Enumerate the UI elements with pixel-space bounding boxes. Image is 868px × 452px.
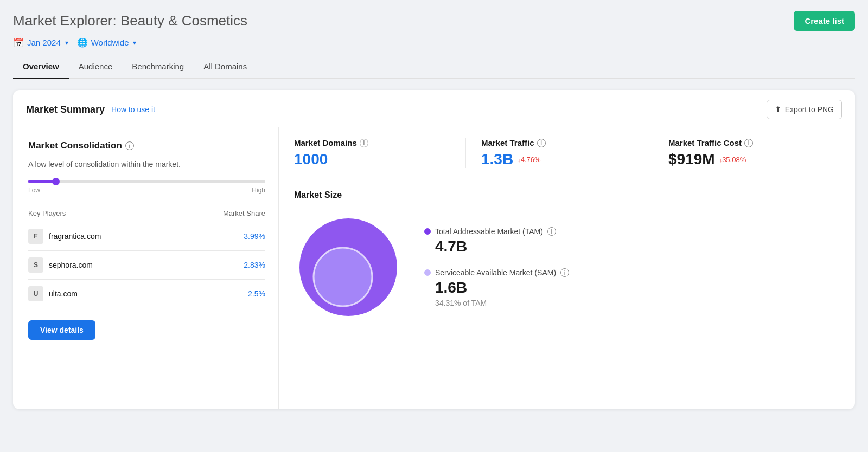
export-png-button[interactable]: ⬆ Export to PNG: [767, 100, 842, 119]
metric-traffic-change: ↓4.76%: [518, 156, 540, 164]
view-details-button[interactable]: View details: [28, 320, 95, 340]
page-title: Market Explorer: Beauty & Cosmetics: [13, 12, 247, 29]
domain-name: fragrantica.com: [49, 232, 101, 241]
metric-cost-change: ↓35.08%: [719, 156, 746, 164]
sam-sub: 34.31% of TAM: [435, 299, 569, 307]
how-to-use-link[interactable]: How to use it: [111, 105, 155, 114]
market-size-section: Market Size: [294, 190, 840, 321]
tab-benchmarking[interactable]: Benchmarking: [122, 56, 194, 79]
slider-thumb: [52, 178, 60, 185]
tam-info-icon[interactable]: i: [547, 227, 556, 236]
sam-info-icon[interactable]: i: [560, 268, 569, 277]
arrow-down-icon: ↓: [719, 157, 723, 163]
tab-audience[interactable]: Audience: [69, 56, 123, 79]
metric-traffic-info-icon[interactable]: i: [537, 139, 546, 147]
metrics-row: Market Domains i 1000 Market Traffic i 1…: [294, 138, 840, 179]
key-players-section: Key Players Market Share F fragrantica.c…: [28, 209, 265, 308]
tabs-bar: Overview Audience Benchmarking All Domai…: [13, 56, 855, 79]
metric-domains-value: 1000: [294, 151, 450, 168]
metric-traffic: Market Traffic i 1.3B ↓4.76%: [481, 138, 653, 168]
market-size-title: Market Size: [294, 190, 840, 200]
domain-favicon-f: F: [28, 229, 43, 244]
card-header-left: Market Summary How to use it: [26, 104, 155, 115]
kp-table-header: Key Players Market Share: [28, 209, 265, 222]
domain-favicon-s: S: [28, 257, 43, 273]
domain-name: sephora.com: [49, 261, 93, 269]
metric-cost-value: $919M ↓35.08%: [668, 151, 825, 168]
sam-value: 1.6B: [435, 279, 569, 296]
market-info: Total Addressable Market (TAM) i 4.7B Se…: [424, 227, 569, 307]
card-title: Market Summary: [26, 104, 105, 115]
slider-track: [28, 180, 265, 183]
metric-cost-info-icon[interactable]: i: [744, 139, 753, 147]
card-header: Market Summary How to use it ⬆ Export to…: [13, 90, 855, 127]
create-list-button[interactable]: Create list: [794, 11, 855, 31]
market-summary-card: Market Summary How to use it ⬆ Export to…: [13, 90, 855, 409]
sam-info: Serviceable Available Market (SAM) i 1.6…: [424, 268, 569, 307]
tab-overview[interactable]: Overview: [13, 56, 69, 79]
consolidation-slider[interactable]: Low High: [28, 180, 265, 194]
tam-value: 4.7B: [435, 238, 569, 255]
consolidation-title: Market Consolidation i: [28, 140, 265, 151]
consolidation-description: A low level of consolidation within the …: [28, 159, 265, 170]
table-row: S sephora.com 2.83%: [28, 251, 265, 280]
filters-bar: 📅 Jan 2024 ▾ 🌐 Worldwide ▾: [13, 37, 855, 48]
market-share-value: 3.99%: [244, 232, 265, 241]
tam-dot: [424, 228, 431, 235]
tam-info: Total Addressable Market (TAM) i 4.7B: [424, 227, 569, 255]
metric-traffic-cost: Market Traffic Cost i $919M ↓35.08%: [668, 138, 840, 168]
right-panel: Market Domains i 1000 Market Traffic i 1…: [279, 127, 855, 409]
upload-icon: ⬆: [775, 105, 782, 114]
market-size-content: Total Addressable Market (TAM) i 4.7B Se…: [294, 213, 840, 321]
consolidation-info-icon[interactable]: i: [125, 141, 134, 150]
table-row: F fragrantica.com 3.99%: [28, 222, 265, 251]
metric-traffic-value: 1.3B ↓4.76%: [481, 151, 637, 168]
market-size-chart: [294, 213, 403, 321]
left-panel: Market Consolidation i A low level of co…: [13, 127, 279, 409]
title-bold: Market Explorer:: [13, 12, 117, 29]
table-row: U ulta.com 2.5%: [28, 280, 265, 308]
metric-domains-info-icon[interactable]: i: [360, 139, 368, 147]
market-share-value: 2.83%: [244, 261, 265, 269]
globe-icon: 🌐: [77, 37, 88, 48]
tab-all-domains[interactable]: All Domains: [194, 56, 257, 79]
domain-favicon-u: U: [28, 286, 43, 301]
page-header: Market Explorer: Beauty & Cosmetics Crea…: [13, 11, 855, 31]
chevron-down-icon: ▾: [133, 39, 136, 47]
calendar-icon: 📅: [13, 37, 24, 48]
market-share-value: 2.5%: [248, 289, 265, 298]
arrow-down-icon: ↓: [518, 157, 521, 163]
domain-name: ulta.com: [49, 289, 78, 298]
slider-labels: Low High: [28, 186, 265, 194]
sam-dot: [424, 269, 431, 276]
chevron-down-icon: ▾: [65, 39, 68, 47]
metric-domains: Market Domains i 1000: [294, 138, 466, 168]
title-light: Beauty & Cosmetics: [117, 12, 247, 29]
date-filter[interactable]: 📅 Jan 2024 ▾: [13, 37, 68, 48]
region-filter[interactable]: 🌐 Worldwide ▾: [77, 37, 137, 48]
card-body: Market Consolidation i A low level of co…: [13, 127, 855, 409]
